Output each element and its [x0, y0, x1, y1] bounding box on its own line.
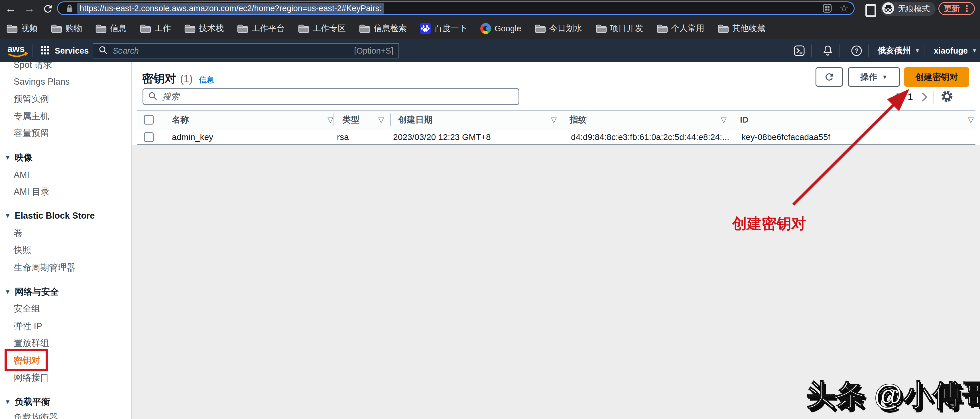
region-selector[interactable]: 俄亥俄州 ▼: [878, 39, 920, 62]
column-filter-icon[interactable]: ▽: [328, 115, 333, 124]
sidebar-section-header[interactable]: ▼映像: [5, 151, 32, 164]
previous-page-icon[interactable]: [893, 92, 902, 102]
folder-icon: [595, 24, 607, 33]
url-text[interactable]: https://us-east-2.console.aws.amazon.com…: [77, 3, 384, 14]
chevron-down-icon: ▼: [915, 48, 920, 54]
sidebar-section-header[interactable]: ▼负载平衡: [5, 396, 50, 408]
apps-grid-icon[interactable]: [822, 3, 832, 13]
forward-icon[interactable]: →: [24, 2, 35, 15]
bookmark-item[interactable]: 技术栈: [184, 23, 224, 34]
sidebar-section-header[interactable]: ▼Elastic Block Store: [5, 209, 95, 222]
table-filter-input[interactable]: [162, 91, 514, 102]
bookmark-item[interactable]: 今日划水: [535, 23, 582, 34]
sidebar-item[interactable]: 弹性 IP: [14, 320, 42, 333]
create-keypair-label[interactable]: 创建密钥对: [915, 71, 958, 83]
sidebar-section-label: 网络与安全: [15, 287, 59, 297]
bookmark-item[interactable]: 信息: [95, 23, 127, 34]
column-filter-icon[interactable]: ▽: [968, 115, 974, 124]
region-label[interactable]: 俄亥俄州: [878, 45, 911, 56]
bookmark-item[interactable]: 信息检索: [359, 23, 407, 34]
select-all-checkbox[interactable]: [144, 115, 154, 124]
bookmark-item[interactable]: 其他收藏: [718, 23, 765, 34]
sidebar-item[interactable]: AMI: [14, 169, 29, 181]
column-filter-icon[interactable]: ▽: [378, 115, 384, 124]
bookmark-item[interactable]: Google: [480, 23, 521, 34]
actions-label[interactable]: 操作: [860, 71, 877, 83]
sidebar-item[interactable]: 专属主机: [14, 110, 49, 123]
pagination: 1: [894, 89, 953, 105]
sidebar-item[interactable]: Savings Plans: [14, 75, 70, 88]
column-header-label: 创建日期: [398, 114, 433, 126]
username-label[interactable]: xiaofuge: [934, 46, 968, 56]
services-label[interactable]: Services: [55, 46, 89, 56]
row-checkbox[interactable]: [144, 132, 154, 142]
page-title-row: 密钥对 (1) 信息: [142, 71, 214, 86]
url-bar[interactable]: https://us-east-2.console.aws.amazon.com…: [57, 2, 854, 15]
sidebar-item[interactable]: 安全组: [14, 303, 40, 315]
sidebar-item[interactable]: 快照: [14, 244, 31, 256]
table-settings-gear-icon[interactable]: [940, 90, 953, 104]
column-filter-icon[interactable]: ▽: [551, 115, 557, 124]
table-filter-box[interactable]: [143, 88, 519, 105]
bookmark-star-icon[interactable]: ☆: [840, 3, 849, 13]
column-header[interactable]: 类型▽: [342, 110, 384, 129]
sidebar-section-label: 映像: [15, 153, 32, 163]
item-count: (1): [180, 73, 193, 85]
update-label[interactable]: 更新: [944, 3, 960, 14]
refresh-button[interactable]: [816, 67, 843, 87]
column-header[interactable]: ID▽: [740, 110, 974, 129]
folder-icon: [51, 24, 62, 33]
bookmark-item[interactable]: 购物: [51, 23, 82, 34]
services-menu[interactable]: Services: [40, 39, 89, 62]
notifications-bell-icon[interactable]: [821, 39, 834, 62]
account-menu[interactable]: xiaofuge ▼: [934, 39, 977, 62]
header-divider: [32, 45, 32, 57]
bookmark-item[interactable]: 项目开发: [595, 23, 643, 34]
sidebar-item[interactable]: AMI 目录: [14, 186, 49, 198]
next-page-icon[interactable]: [918, 92, 928, 102]
create-keypair-button[interactable]: 创建密钥对: [904, 67, 969, 87]
column-divider: [333, 113, 334, 126]
aws-search-input[interactable]: [112, 46, 350, 56]
sidebar-section-label: Elastic Block Store: [15, 210, 95, 221]
sidebar-item-keypairs-selected[interactable]: 密钥对: [14, 354, 40, 367]
search-shortcut: [Option+S]: [354, 46, 393, 56]
pagination-divider: [933, 90, 934, 104]
bookmark-item[interactable]: 百度一下: [420, 23, 467, 34]
incognito-icon: [882, 2, 894, 16]
aws-search-box[interactable]: [Option+S]: [93, 43, 399, 59]
column-header[interactable]: 创建日期▽: [398, 110, 557, 129]
bookmark-label: 今日划水: [549, 23, 582, 34]
aws-logo[interactable]: aws: [6, 43, 30, 59]
sidebar-section-header[interactable]: ▼网络与安全: [5, 285, 59, 298]
side-panel-icon[interactable]: [865, 4, 876, 17]
sidebar-item[interactable]: 生命周期管理器: [14, 261, 76, 274]
sidebar-item[interactable]: 卷: [14, 227, 22, 239]
sidebar-item[interactable]: 网络接口: [14, 371, 49, 384]
bookmark-item[interactable]: 工作专区: [298, 23, 346, 34]
header-divider: [840, 45, 840, 57]
table-row[interactable]: [137, 129, 975, 145]
sidebar-item[interactable]: 容量预留: [14, 127, 49, 139]
back-icon[interactable]: ←: [5, 2, 16, 15]
bookmark-item[interactable]: 视频: [6, 23, 38, 34]
sidebar-item[interactable]: 置放群组: [14, 337, 49, 349]
column-header[interactable]: 指纹▽: [570, 110, 727, 129]
bookmark-item[interactable]: 工作: [140, 23, 171, 34]
browser-menu-update-button[interactable]: 更新 ⋮: [939, 2, 975, 15]
bookmark-item[interactable]: 个人常用: [657, 23, 704, 34]
current-page[interactable]: 1: [908, 92, 913, 102]
reload-icon[interactable]: [42, 3, 54, 17]
cloudshell-button[interactable]: [793, 39, 805, 62]
help-icon[interactable]: ?: [851, 39, 862, 62]
info-link[interactable]: 信息: [199, 75, 214, 85]
bookmark-item[interactable]: 工作平台: [237, 23, 285, 34]
sidebar-item[interactable]: 预留实例: [14, 92, 49, 105]
kebab-menu-icon[interactable]: ⋮: [963, 4, 971, 13]
sidebar-item[interactable]: Spot 请求: [14, 62, 52, 71]
column-header[interactable]: 名称▽: [172, 110, 333, 129]
column-filter-icon[interactable]: ▽: [721, 115, 727, 124]
sidebar-item[interactable]: 负载均衡器: [14, 411, 58, 419]
actions-dropdown-button[interactable]: 操作 ▼: [848, 67, 900, 87]
folder-icon: [95, 24, 107, 33]
